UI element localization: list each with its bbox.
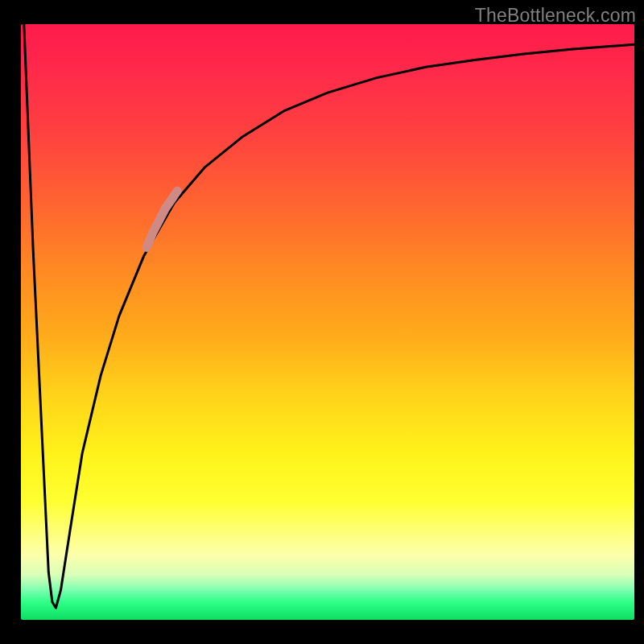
curve-layer (21, 24, 634, 620)
bottleneck-curve (24, 24, 634, 608)
chart-container: TheBottleneck.com (0, 0, 644, 644)
marker-band (147, 191, 177, 247)
plot-area (21, 24, 634, 620)
watermark-text: TheBottleneck.com (475, 5, 636, 27)
